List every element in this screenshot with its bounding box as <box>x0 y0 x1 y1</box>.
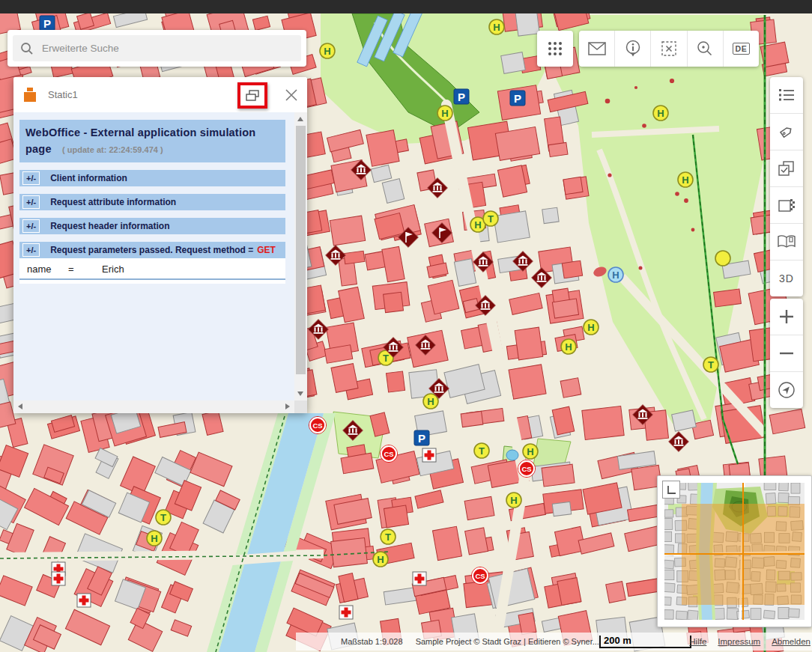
svg-text:H: H <box>657 108 664 119</box>
clear-selection-icon <box>661 40 677 57</box>
highlight-box <box>237 82 267 109</box>
browser-top-bar <box>0 0 812 13</box>
legend-button[interactable] <box>770 77 803 114</box>
info-icon <box>625 40 641 58</box>
map-book-button[interactable] <box>770 224 803 261</box>
open-book-icon <box>777 234 796 249</box>
embedded-page: WebOffice - External application simulat… <box>13 112 294 400</box>
restore-window-icon[interactable] <box>246 90 259 102</box>
svg-text:H: H <box>377 554 384 565</box>
scroll-left-arrow[interactable] <box>18 403 22 409</box>
parking-marker: P <box>510 91 525 106</box>
request-method: GET <box>257 245 276 255</box>
svg-text:H: H <box>493 22 500 33</box>
zoom-in-button[interactable] <box>770 299 803 335</box>
search-input[interactable] <box>40 42 294 55</box>
svg-text:P: P <box>43 17 51 30</box>
stop-marker: H <box>584 320 599 335</box>
horizontal-scrollbar[interactable] <box>13 400 294 413</box>
stop-marker: T <box>483 211 498 226</box>
3d-label: 3D <box>779 272 794 284</box>
svg-text:H: H <box>324 46 330 57</box>
overview-map[interactable] <box>657 475 812 627</box>
svg-text:CS: CS <box>475 572 485 580</box>
svg-text:T: T <box>160 512 166 523</box>
apps-grid-button[interactable] <box>537 31 573 67</box>
section-label: Request header information <box>50 221 169 231</box>
collapsible-section: +/- Request header information <box>19 218 285 234</box>
application-window: HHHHHHHHHHHHHTTTTTTHPPPPCSCSCSCS <box>0 0 812 652</box>
svg-text:T: T <box>708 359 714 371</box>
status-link-abmelden[interactable]: Abmelden <box>772 637 811 646</box>
status-text: Maßstab 1:9.028 Sample Project © Stadt G… <box>341 637 599 646</box>
overview-collapse-button[interactable] <box>662 481 680 499</box>
svg-text:T: T <box>385 531 391 543</box>
scroll-up-arrow[interactable] <box>297 117 303 121</box>
overview-map-canvas[interactable] <box>664 483 805 620</box>
carsharing-marker: CS <box>518 460 536 478</box>
section-toggle[interactable]: +/- <box>22 219 40 233</box>
scroll-down-arrow[interactable] <box>297 391 303 396</box>
svg-text:P: P <box>418 432 425 445</box>
zoom-to-point-button[interactable] <box>688 31 724 67</box>
send-mail-button[interactable] <box>579 31 615 67</box>
param-equals: = <box>68 263 102 275</box>
stop-marker: T <box>703 357 718 372</box>
param-row: name = Erich <box>19 261 285 280</box>
update-timestamp: ( update at: 22:24:59.474 ) <box>62 145 163 154</box>
page-title-bar: WebOffice - External application simulat… <box>19 120 285 162</box>
view-3d-button[interactable]: 3D <box>770 261 803 296</box>
section-toggle[interactable]: +/- <box>22 195 40 209</box>
transparency-button[interactable] <box>770 187 803 224</box>
collapsible-section: +/- Request attribute information <box>19 194 285 210</box>
close-icon <box>285 88 298 102</box>
geolocate-button[interactable] <box>770 372 803 408</box>
stop-marker: T <box>156 510 171 525</box>
carsharing-marker: CS <box>381 445 398 463</box>
scale-bar-label: 200 m <box>604 635 631 646</box>
parking-marker: P <box>40 16 55 31</box>
vertical-scroll-thumb[interactable] <box>296 126 306 374</box>
zoom-out-button[interactable] <box>770 335 803 372</box>
stop-marker: H <box>653 106 668 121</box>
plus-icon <box>778 308 795 325</box>
stop-marker: H <box>678 172 693 187</box>
stop-marker: H <box>437 106 452 121</box>
stop-marker: H <box>523 444 538 459</box>
close-panel-button[interactable] <box>285 88 298 102</box>
pharmacy-marker <box>77 594 91 607</box>
status-link-hilfe[interactable]: Hilfe <box>689 637 706 646</box>
copyright-text: Sample Project © Stadt Graz | Editieren … <box>416 637 599 646</box>
labels-button[interactable] <box>770 114 803 150</box>
section-toggle[interactable]: +/- <box>22 243 40 257</box>
parking-marker: P <box>454 89 469 104</box>
transit-marker: H <box>608 267 623 282</box>
param-value: Erich <box>102 263 124 275</box>
collapsible-section: +/- Request parameters passed. Request m… <box>19 242 285 258</box>
pharmacy-marker <box>413 572 426 585</box>
info-tool-button[interactable] <box>615 31 651 67</box>
status-link-impressum[interactable]: Impressum <box>718 637 760 646</box>
language-button[interactable]: DE <box>724 31 759 67</box>
params-table: name = Erich <box>19 258 285 284</box>
svg-text:P: P <box>458 91 465 103</box>
legend-list-icon <box>778 88 795 102</box>
clear-selection-button[interactable] <box>651 31 687 67</box>
section-label: Request attribute information <box>50 197 176 207</box>
map-sidebar: 3D <box>770 77 803 296</box>
svg-text:H: H <box>474 219 481 231</box>
pharmacy-marker <box>52 572 65 585</box>
svg-text:CS: CS <box>312 421 322 430</box>
panel-title: Static1 <box>48 89 78 100</box>
section-toggle[interactable]: +/- <box>22 171 40 185</box>
language-label: DE <box>733 43 751 55</box>
map-scale-label: Maßstab 1:9.028 <box>341 637 403 646</box>
scroll-right-arrow[interactable] <box>285 403 290 409</box>
search-field[interactable] <box>13 35 301 61</box>
apps-grid-icon <box>547 40 563 57</box>
stop-marker: H <box>373 552 388 567</box>
svg-text:T: T <box>488 213 494 225</box>
svg-text:P: P <box>514 92 521 105</box>
vertical-scrollbar[interactable] <box>294 112 307 400</box>
layers-button[interactable] <box>770 150 803 187</box>
